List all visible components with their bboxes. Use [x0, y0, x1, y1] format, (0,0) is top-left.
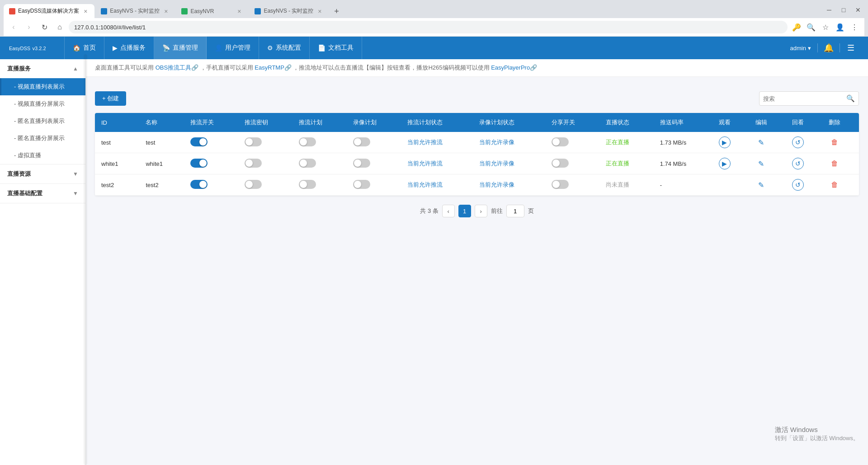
sidebar-section-live-service-header[interactable]: 直播服务 ▲ — [0, 59, 85, 78]
cell-share-switch-2[interactable] — [545, 174, 599, 196]
share-toggle-1[interactable] — [552, 159, 569, 168]
share-toggle-2[interactable] — [552, 180, 569, 189]
sidebar-item-anonymous-split[interactable]: - 匿名直播分屏展示 — [0, 130, 85, 147]
new-tab-button[interactable]: + — [330, 5, 343, 18]
cell-share-switch-1[interactable] — [545, 153, 599, 174]
sidebar-item-anonymous-list[interactable]: - 匿名直播列表展示 — [0, 113, 85, 130]
close-window-button[interactable]: ✕ — [852, 4, 864, 16]
record-plan-toggle-track-0[interactable] — [353, 137, 370, 146]
nav-user[interactable]: 👤 用户管理 — [207, 37, 259, 59]
push-plan-toggle-1[interactable] — [299, 159, 316, 168]
cell-edit-0[interactable]: ✎ — [749, 132, 786, 153]
easyrtmp-link[interactable]: EasyRTMP — [255, 64, 284, 71]
sidebar-item-video-split[interactable]: - 视频直播分屏展示 — [0, 95, 85, 113]
cell-push-switch-0[interactable] — [184, 132, 238, 153]
cell-delete-2[interactable]: 🗑 — [822, 174, 859, 196]
cell-record-plan-1[interactable] — [347, 153, 401, 174]
watch-button-1[interactable]: ▶ — [719, 158, 731, 169]
key-toggle-track-0[interactable] — [245, 137, 262, 146]
forward-button[interactable]: › — [23, 21, 35, 33]
browser-tab-4[interactable]: EasyNVS - 实时监控 × — [249, 4, 329, 18]
share-toggle-track-0[interactable] — [552, 137, 569, 146]
sidebar-section-live-source-header[interactable]: 直播资源 ▼ — [0, 164, 85, 183]
record-plan-toggle-2[interactable] — [353, 180, 370, 189]
edit-button-2[interactable]: ✎ — [755, 179, 767, 191]
cell-delete-1[interactable]: 🗑 — [822, 153, 859, 174]
push-toggle-track-2[interactable] — [190, 180, 208, 189]
search-icon[interactable]: 🔍 — [846, 94, 855, 103]
tab-close-3[interactable]: × — [236, 8, 243, 15]
cell-key-2[interactable] — [238, 174, 292, 196]
address-bar[interactable]: 127.0.0.1:10080/#/live/list/1 — [69, 21, 788, 33]
bookmark-icon[interactable]: ☆ — [819, 21, 832, 33]
share-toggle-track-1[interactable] — [552, 159, 569, 168]
tab-close-2[interactable]: × — [162, 8, 170, 15]
watch-button-0[interactable]: ▶ — [719, 136, 731, 148]
sidebar-resize-handle[interactable] — [84, 59, 86, 465]
menu-button[interactable]: ☰ — [843, 40, 859, 56]
record-plan-status-link-0[interactable]: 当前允许录像 — [479, 139, 514, 146]
push-plan-status-link-2[interactable]: 当前允许推流 — [407, 181, 443, 188]
delete-button-1[interactable]: 🗑 — [829, 158, 840, 169]
sidebar-item-virtual[interactable]: - 虚拟直播 — [0, 147, 85, 164]
cell-push-switch-2[interactable] — [184, 174, 238, 196]
push-plan-toggle-track-0[interactable] — [299, 137, 316, 146]
cell-record-plan-0[interactable] — [347, 132, 401, 153]
edit-button-1[interactable]: ✎ — [755, 158, 767, 169]
search-input[interactable] — [763, 95, 844, 102]
cell-replay-0[interactable]: ↺ — [786, 132, 822, 153]
profile-icon[interactable]: 👤 — [834, 21, 846, 33]
cell-push-plan-0[interactable] — [292, 132, 347, 153]
nav-system[interactable]: ⚙ 系统配置 — [259, 37, 310, 59]
browser-tab-2[interactable]: EasyNVS - 实时监控 × — [95, 4, 175, 18]
more-icon[interactable]: ⋮ — [848, 21, 861, 33]
record-plan-toggle-0[interactable] — [353, 137, 370, 146]
record-plan-toggle-track-2[interactable] — [353, 180, 370, 189]
push-toggle-0[interactable] — [190, 137, 208, 146]
delete-button-0[interactable]: 🗑 — [829, 136, 840, 148]
cell-key-0[interactable] — [238, 132, 292, 153]
pagination-next-button[interactable]: › — [475, 205, 487, 217]
nav-docs[interactable]: 📄 文档工具 — [310, 37, 362, 59]
pagination-page-1-button[interactable]: 1 — [458, 205, 471, 217]
replay-button-1[interactable]: ↺ — [792, 158, 804, 169]
replay-button-2[interactable]: ↺ — [792, 179, 804, 191]
push-toggle-1[interactable] — [190, 159, 208, 168]
sidebar-section-live-config-header[interactable]: 直播基础配置 ▼ — [0, 184, 85, 203]
pagination-prev-button[interactable]: ‹ — [442, 205, 455, 217]
record-plan-toggle-1[interactable] — [353, 159, 370, 168]
cell-push-plan-2[interactable] — [292, 174, 347, 196]
easyplayerpro-link[interactable]: EasyPlayerPro — [491, 64, 530, 71]
record-plan-toggle-track-1[interactable] — [353, 159, 370, 168]
back-button[interactable]: ‹ — [7, 21, 20, 33]
browser-tab-1[interactable]: EasyDSS流媒体解决方案 × — [4, 4, 94, 18]
bell-button[interactable]: 🔔 — [821, 40, 837, 56]
search-icon[interactable]: 🔍 — [805, 21, 817, 33]
nav-live[interactable]: 📡 直播管理 — [154, 37, 207, 59]
push-toggle-track-1[interactable] — [190, 159, 208, 168]
reload-button[interactable]: ↻ — [38, 21, 51, 33]
cell-replay-2[interactable]: ↺ — [786, 174, 822, 196]
cell-share-switch-0[interactable] — [545, 132, 599, 153]
nav-vod[interactable]: ▶ 点播服务 — [104, 37, 154, 59]
push-plan-toggle-track-2[interactable] — [299, 180, 316, 189]
obs-link[interactable]: OBS推流工具 — [156, 64, 191, 71]
share-toggle-track-2[interactable] — [552, 180, 569, 189]
create-button[interactable]: + 创建 — [95, 91, 126, 106]
cell-watch-1[interactable]: ▶ — [712, 153, 749, 174]
delete-button-2[interactable]: 🗑 — [829, 179, 840, 191]
record-plan-status-link-1[interactable]: 当前允许录像 — [479, 160, 514, 167]
push-toggle-track-0[interactable] — [190, 137, 208, 146]
cell-push-plan-1[interactable] — [292, 153, 347, 174]
tab-close-1[interactable]: × — [82, 8, 89, 15]
edit-button-0[interactable]: ✎ — [755, 136, 767, 148]
cell-record-plan-2[interactable] — [347, 174, 401, 196]
minimize-button[interactable]: ─ — [823, 4, 835, 16]
key-toggle-track-2[interactable] — [245, 180, 262, 189]
cell-delete-0[interactable]: 🗑 — [822, 132, 859, 153]
key-toggle-2[interactable] — [245, 180, 262, 189]
home-button[interactable]: ⌂ — [53, 21, 66, 33]
cell-replay-1[interactable]: ↺ — [786, 153, 822, 174]
password-icon[interactable]: 🔑 — [790, 21, 803, 33]
key-toggle-1[interactable] — [245, 159, 262, 168]
